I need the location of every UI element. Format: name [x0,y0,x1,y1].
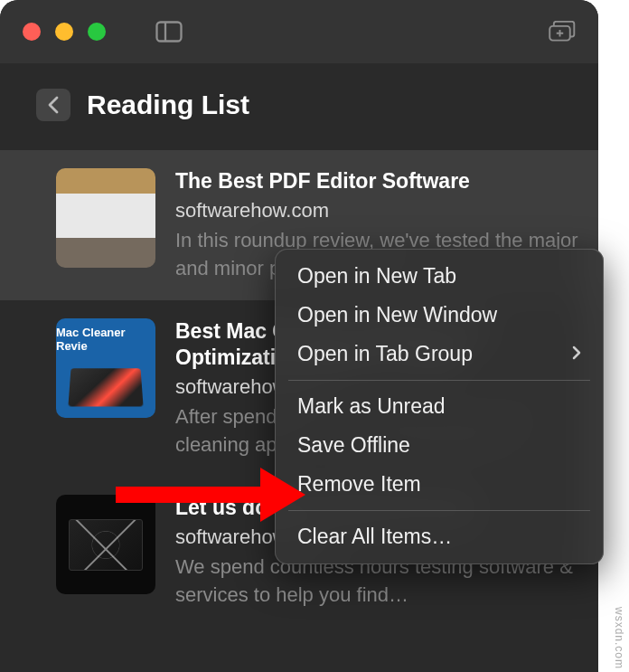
menu-separator [288,380,590,381]
minimize-window-button[interactable] [55,23,73,41]
sidebar-toggle-icon[interactable] [155,21,183,43]
maximize-window-button[interactable] [88,23,106,41]
menu-mark-unread[interactable]: Mark as Unread [276,387,603,426]
thumbnail [56,495,155,594]
page-title: Reading List [87,90,249,120]
watermark: wsxdn.com [613,607,625,669]
titlebar [0,0,598,63]
menu-save-offline[interactable]: Save Offline [276,426,603,465]
menu-remove-item[interactable]: Remove Item [276,465,603,504]
item-domain: softwarehow.com [175,199,578,222]
context-menu: Open in New Tab Open in New Window Open … [275,249,604,564]
menu-open-new-tab[interactable]: Open in New Tab [276,257,603,296]
new-tab-icon[interactable] [549,21,576,43]
menu-open-new-window[interactable]: Open in New Window [276,296,603,335]
thumbnail: Mac Cleaner Revie [56,318,155,418]
menu-clear-all[interactable]: Clear All Items… [276,517,603,556]
back-button[interactable] [36,89,70,121]
item-title: The Best PDF Editor Software [175,168,578,194]
menu-separator [288,510,590,511]
sidebar-header: Reading List [0,63,598,150]
traffic-lights [23,23,106,41]
svg-rect-0 [157,23,182,42]
menu-open-tab-group[interactable]: Open in Tab Group [276,335,603,374]
chevron-right-icon [572,344,581,364]
thumbnail [56,168,155,268]
close-window-button[interactable] [23,23,41,41]
